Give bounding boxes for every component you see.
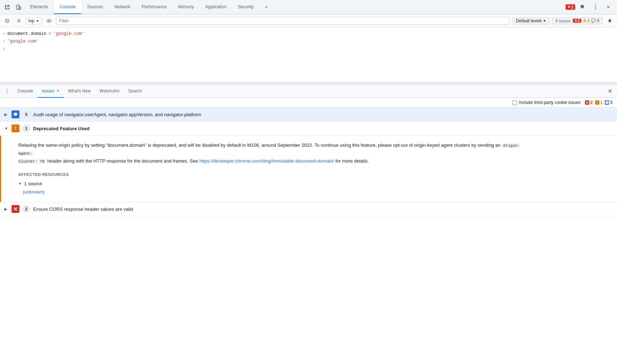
source-row[interactable]: ▼ 1 source [18,179,600,188]
issue-title-cors: Ensure CORS response header values are v… [33,206,133,212]
clear-console-btn[interactable] [3,17,12,25]
eye-btn[interactable] [45,17,53,25]
settings-btn[interactable] [577,1,588,13]
tab-elements[interactable]: Elements [24,0,54,14]
issues-header: Include third-party cookie issues 2 ! 1 … [0,98,617,108]
issue-row-cors[interactable]: ▶ 2 Ensure CORS response header values a… [0,202,617,216]
panel-tab-bar: ⋮ Console Issues ✕ What's New WebAuthn S… [0,85,617,98]
source-chevron: ▼ [18,182,22,186]
info-count: 💬 5 [591,18,599,23]
tab-performance[interactable]: Performance [136,0,172,14]
issue-title-deprecated: Deprecated Feature Used [33,126,90,131]
inspect-element-btn[interactable] [1,1,13,13]
console-blank-line: › [0,45,617,53]
issue-detail-inner: Relaxing the same-origin policy by setti… [1,136,617,202]
console-arrow-out: › [3,31,5,37]
context-selector[interactable]: top ▼ [26,17,42,24]
header-warning-count: ! 1 [595,100,603,105]
panel-tab-console[interactable]: Console [13,85,37,98]
svg-rect-1 [19,6,21,9]
panel-tab-issues[interactable]: Issues ✕ [37,85,64,98]
bottom-panel: ⋮ Console Issues ✕ What's New WebAuthn S… [0,85,617,364]
issue-icon-deprecated: ! [12,124,19,132]
console-filter-input[interactable] [56,17,510,25]
third-party-checkbox-label[interactable]: Include third-party cookie issues [512,100,581,105]
console-line-1: › document.domain = 'google.com' [0,30,617,38]
svg-text:!: ! [15,126,16,131]
console-line-2: ‹ 'google.com' [0,38,617,45]
sources-label: 1 source [24,181,42,186]
panel-tab-whats-new[interactable]: What's New [64,85,95,98]
svg-line-4 [6,19,9,22]
issue-chevron-cors: ▶ [4,207,9,211]
svg-text:!: ! [596,101,598,105]
issues-tab-close[interactable]: ✕ [57,89,59,93]
issue-row-deprecated[interactable]: ▼ ! 1 Deprecated Feature Used [0,122,617,136]
svg-point-2 [18,9,18,9]
issue-count-navigator: 5 [22,110,30,118]
issue-detail-deprecated: Relaxing the same-origin policy by setti… [0,136,617,202]
issue-icon-navigator: 💬 [12,110,19,118]
main-tabs: Elements Console Sources Network Perform… [24,0,566,14]
block-btn[interactable]: ⊘ [14,17,23,25]
issues-count-badge[interactable]: 8 Issues: ✕ 2 ⚠ 1 💬 5 [552,17,603,24]
tab-console[interactable]: Console [54,0,81,14]
issue-count-cors: 2 [22,205,30,213]
issue-detail-text: Relaxing the same-origin policy by setti… [18,141,522,165]
device-toolbar-btn[interactable] [13,1,24,13]
third-party-checkbox[interactable] [512,100,517,105]
console-cursor: › [3,46,5,53]
issue-icon-cors [12,205,19,213]
panel-tab-webauthn[interactable]: WebAuthn [95,85,124,98]
tab-security[interactable]: Security [232,0,259,14]
panel-close-btn[interactable]: ✕ [605,87,614,96]
header-error-count: 2 [585,100,593,105]
console-arrow-in: ‹ [3,38,5,45]
warning-count: ⚠ 1 [583,18,590,23]
error-count: ✕ 2 [573,19,581,23]
svg-point-6 [48,20,50,22]
toolbar-right: ✕ 2 ⋮ × [566,1,616,13]
header-info-count: 💬 5 [605,100,613,105]
close-devtools-btn[interactable]: × [603,1,614,13]
affected-resources: AFFECTED RESOURCES ▼ 1 source (unknown) [18,172,600,196]
deprecation-link[interactable]: https://developer.chrome.com/blog/immuta… [199,158,334,164]
issues-panel: Include third-party cookie issues 2 ! 1 … [0,98,617,364]
source-item-unknown[interactable]: (unknown) [18,188,600,196]
error-badge[interactable]: ✕ 2 [566,4,575,10]
issue-count-deprecated: 1 [22,124,30,132]
console-toolbar: ⊘ top ▼ Default levels ▼ 8 Issues: ✕ 2 [0,14,617,27]
tab-application[interactable]: Application [199,0,232,14]
affected-resources-title: AFFECTED RESOURCES [18,172,600,177]
issues-counts: 2 ! 1 💬 5 [585,100,613,105]
console-area: ⊘ top ▼ Default levels ▼ 8 Issues: ✕ 2 [0,14,617,83]
issue-title-navigator: Audit usage of navigator.userAgent, navi… [33,112,201,117]
issue-chevron-navigator: ▶ [4,112,9,117]
panel-tab-search[interactable]: Search [124,85,146,98]
panel-menu-btn[interactable]: ⋮ [3,87,12,96]
log-level-selector[interactable]: Default levels ▼ [513,17,549,24]
tab-sources[interactable]: Sources [81,0,109,14]
issue-row-navigator[interactable]: ▶ 💬 5 Audit usage of navigator.userAgent… [0,108,617,122]
devtools-window: Elements Console Sources Network Perform… [0,0,617,364]
devtools-tab-bar: Elements Console Sources Network Perform… [0,0,617,14]
issue-chevron-deprecated: ▼ [4,126,9,131]
console-output: › document.domain = 'google.com' ‹ 'goog… [0,27,617,55]
tab-memory[interactable]: Memory [172,0,199,14]
svg-text:💬: 💬 [605,100,609,105]
more-options-btn[interactable]: ⋮ [590,1,601,13]
tab-network[interactable]: Network [109,0,136,14]
tab-more[interactable]: » [259,0,273,14]
console-settings-btn[interactable] [605,17,614,25]
